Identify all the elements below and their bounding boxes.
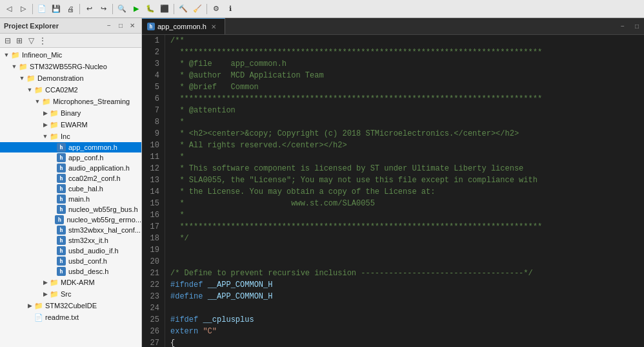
code-line-24: [170, 302, 644, 314]
tree-item-usbd-conf-h[interactable]: h usbd_conf.h: [0, 256, 141, 266]
panel-header-icons: − □ ✕: [104, 21, 137, 31]
tree-label: stm32xx_it.h: [68, 237, 108, 244]
panel-header: Project Explorer − □ ✕: [0, 18, 141, 34]
tree-item-usbd-desc-h[interactable]: h usbd_desc.h: [0, 266, 141, 277]
line-num-4: 4: [145, 70, 159, 81]
tree-item-audio-app-h[interactable]: h audio_application.h: [0, 163, 141, 173]
line-num-8: 8: [145, 116, 159, 128]
tree-item-demo[interactable]: ▼ 📁 Demonstration: [0, 72, 141, 84]
toolbar-btn-stop[interactable]: ⬛: [158, 3, 171, 16]
code-line-21: /* Define to prevent recursive inclusion…: [170, 268, 644, 279]
tree-item-stm32cubide[interactable]: ▶ 📁 STM32CubeIDE: [0, 300, 141, 311]
toolbar-btn-undo[interactable]: ↩: [83, 3, 96, 16]
tree-item-stm32-it-h[interactable]: h stm32xx_it.h: [0, 235, 141, 246]
tab-close-btn[interactable]: ✕: [209, 22, 218, 31]
line-num-14: 14: [145, 186, 159, 198]
panel-minimize-btn[interactable]: −: [104, 21, 114, 31]
tree-label: stm32wbxx_hal_conf...: [68, 226, 141, 234]
code-line-22: #ifndef __APP_COMMON_H: [170, 279, 644, 291]
tree-arrow: ▼: [18, 74, 26, 82]
line-num-23: 23: [145, 291, 159, 302]
tree-label: app_common.h: [68, 143, 117, 151]
tree-arrow: [49, 185, 57, 193]
header-icon: h: [57, 195, 66, 204]
link-editor-btn[interactable]: ⊞: [14, 36, 25, 46]
tree-item-usbd-audio-if-h[interactable]: h usbd_audio_if.h: [0, 246, 141, 256]
toolbar-btn-new[interactable]: 📄: [35, 3, 48, 16]
tree-item-cca02m2[interactable]: ▼ 📁 CCA02M2: [0, 84, 141, 96]
editor-minimize-btn[interactable]: −: [616, 19, 630, 34]
tree-item-binary[interactable]: ▶ 📁 Binary: [0, 107, 141, 119]
tree-item-cube-hal-h[interactable]: h cube_hal.h: [0, 184, 141, 194]
toolbar-btn-settings[interactable]: ⚙: [210, 3, 223, 16]
tree-item-nucleo-bus-h[interactable]: h nucleo_wb55rg_bus.h: [0, 204, 141, 215]
filter-btn[interactable]: ▽: [26, 36, 36, 46]
code-line-15: * www.st.com/SLA0055: [170, 198, 644, 209]
tree-item-nucleo-errno-h[interactable]: h nucleo_wb55rg_errno...: [0, 215, 141, 225]
tree-item-stm32-hal-conf-h[interactable]: h stm32wbxx_hal_conf...: [0, 225, 141, 235]
toolbar-btn-save[interactable]: 💾: [50, 3, 63, 16]
tree-label: STM32WB55RG-Nucleo: [30, 63, 107, 70]
tree-item-infineon[interactable]: ▼ 📁 Infineon_Mic: [0, 49, 141, 61]
menu-btn[interactable]: ⋮: [37, 36, 48, 46]
tree-arrow: ▶: [41, 279, 49, 286]
toolbar-btn-clean[interactable]: 🧹: [191, 3, 204, 16]
line-num-21: 21: [145, 268, 159, 279]
tree-item-cca02m2-conf-h[interactable]: h cca02m2_conf.h: [0, 173, 141, 184]
tree-item-main-h[interactable]: h main.h: [0, 194, 141, 204]
tree-label: EWARM: [61, 121, 88, 129]
line-num-7: 7: [145, 105, 159, 116]
toolbar-btn-build[interactable]: 🔨: [177, 3, 190, 16]
code-line-26: extern "C": [170, 326, 644, 337]
toolbar-btn-print[interactable]: 🖨: [64, 3, 77, 16]
tree-arrow: ▼: [3, 51, 10, 59]
tree-label: nucleo_wb55rg_bus.h: [68, 205, 138, 213]
code-line-13: * SLA0055, the "License"; You may not us…: [170, 174, 644, 186]
tree-item-mic-stream[interactable]: ▼ 📁 Microphones_Streaming: [0, 96, 141, 107]
toolbar-btn-forward[interactable]: ▷: [17, 3, 30, 16]
code-line-16: *: [170, 209, 644, 221]
code-line-5: * @brief Common: [170, 81, 644, 93]
tree-arrow: [49, 195, 57, 203]
tree-item-app-common-h[interactable]: h app_common.h: [0, 142, 141, 152]
tree-arrow: ▼: [10, 63, 18, 70]
toolbar-btn-search[interactable]: 🔍: [116, 3, 128, 16]
tree-item-readme[interactable]: 📄 readme.txt: [0, 311, 141, 323]
code-line-1: /**: [170, 35, 644, 47]
panel-close-btn[interactable]: ✕: [127, 21, 137, 31]
tree-arrow: ▼: [34, 98, 41, 105]
tree-item-app-conf-h[interactable]: h app_conf.h: [0, 152, 141, 163]
code-content[interactable]: /** ************************************…: [165, 35, 644, 347]
tree-arrow: [49, 143, 57, 151]
line-num-3: 3: [145, 58, 159, 70]
tree-arrow: [49, 164, 57, 172]
folder-icon: 📁: [41, 96, 52, 107]
tree-item-ewarm[interactable]: ▶ 📁 EWARM: [0, 119, 141, 131]
panel-toolbar: ⊟ ⊞ ▽ ⋮: [0, 34, 141, 48]
header-icon: h: [57, 205, 66, 214]
panel-maximize-btn[interactable]: □: [116, 21, 126, 31]
tree-item-stm32[interactable]: ▼ 📁 STM32WB55RG-Nucleo: [0, 61, 141, 72]
toolbar-btn-info[interactable]: ℹ: [224, 3, 237, 16]
editor-maximize-btn[interactable]: □: [630, 19, 644, 34]
editor-tab-app-common-h[interactable]: h app_common.h ✕: [142, 18, 225, 34]
tree-label: Infineon_Mic: [22, 51, 62, 59]
folder-icon: 📁: [49, 289, 59, 299]
toolbar-btn-debug[interactable]: 🐛: [144, 3, 157, 16]
tree-item-mdk-arm[interactable]: ▶ 📁 MDK-ARM: [0, 277, 141, 288]
toolbar-btn-run[interactable]: ▶: [130, 3, 143, 16]
line-num-13: 13: [145, 174, 159, 186]
panel-title: Project Explorer: [4, 22, 59, 30]
tree-label: usbd_audio_if.h: [68, 247, 119, 255]
collapse-all-btn[interactable]: ⊟: [3, 36, 13, 46]
tree-label: Demonstration: [37, 74, 84, 82]
tree-item-src[interactable]: ▶ 📁 Src: [0, 288, 141, 300]
code-line-27: {: [170, 337, 644, 347]
toolbar-btn-back[interactable]: ◁: [3, 3, 15, 16]
line-num-18: 18: [145, 233, 159, 244]
tree-item-inc[interactable]: ▼ 📁 Inc: [0, 131, 141, 142]
tree-arrow: ▶: [41, 121, 49, 129]
toolbar-sep-3: [112, 4, 113, 14]
toolbar-btn-redo[interactable]: ↪: [97, 3, 110, 16]
main-toolbar: ◁ ▷ 📄 💾 🖨 ↩ ↪ 🔍 ▶ 🐛 ⬛ 🔨 🧹 ⚙ ℹ: [0, 0, 644, 18]
